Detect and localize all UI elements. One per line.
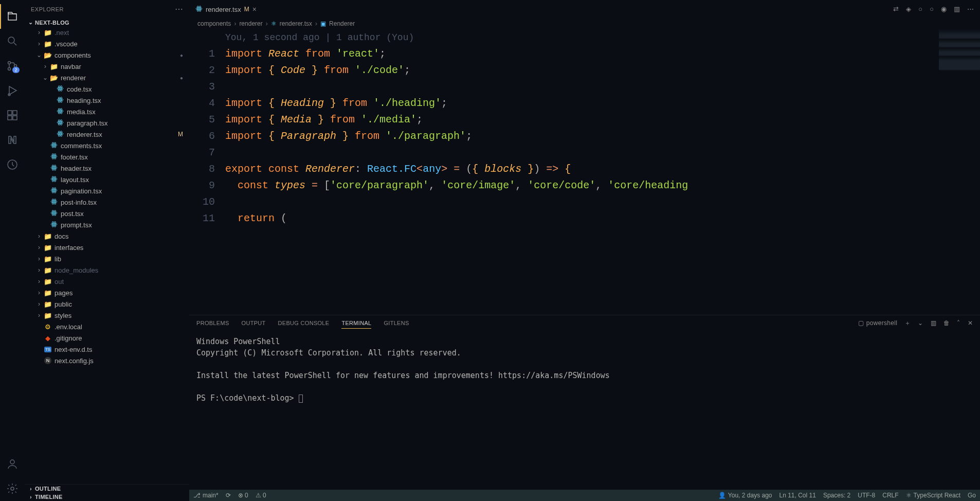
tree-item-label: layout.tsx	[61, 176, 89, 184]
ts-icon: TS	[43, 347, 52, 352]
close-panel-icon[interactable]: ✕	[968, 319, 973, 327]
terminal-content[interactable]: Windows PowerShellCopyright (C) Microsof…	[189, 331, 980, 490]
editor[interactable]: 1234567891011 You, 1 second ago | 1 auth…	[189, 29, 980, 315]
tree-item-code-tsx[interactable]: code.tsx	[25, 83, 189, 95]
status-language[interactable]: ⚛ TypeScript React	[906, 492, 960, 499]
tree-item-label: .gitignore	[55, 334, 82, 342]
tree-item-media-tsx[interactable]: media.tsx	[25, 106, 189, 117]
tree-item-lib[interactable]: ›📁lib	[25, 253, 189, 264]
tree-item-label: .next	[55, 29, 69, 37]
tree-item-pages[interactable]: ›📁pages	[25, 287, 189, 298]
panel-tab-output[interactable]: OUTPUT	[242, 318, 266, 329]
timeline-section[interactable]: › TIMELINE	[25, 493, 189, 501]
radio-icon[interactable]: ◉	[941, 5, 947, 13]
tree-item-node_modules[interactable]: ›📁node_modules	[25, 264, 189, 276]
status-encoding[interactable]: UTF-8	[858, 492, 875, 499]
activity-extensions[interactable]	[0, 103, 25, 128]
tab-close-icon[interactable]: ×	[252, 5, 257, 13]
status-go-icon[interactable]: Go	[968, 492, 976, 499]
tree-item-footer-tsx[interactable]: footer.tsx	[25, 151, 189, 163]
svg-point-0	[8, 37, 14, 43]
tree-item-post-info-tsx[interactable]: post-info.tsx	[25, 196, 189, 208]
new-terminal-icon[interactable]: ＋	[904, 319, 911, 328]
svg-point-61	[51, 223, 57, 225]
svg-point-1	[8, 62, 11, 64]
panel-tab-problems[interactable]: PROBLEMS	[196, 318, 229, 329]
tree-item-label: navbar	[61, 63, 81, 70]
activity-account[interactable]	[0, 452, 25, 476]
activity-notion[interactable]	[0, 128, 25, 152]
nav-fwd-icon[interactable]: ○	[930, 5, 934, 13]
tree-item--env-local[interactable]: ⚙.env.local	[25, 321, 189, 332]
tree-item-label: paragraph.tsx	[67, 119, 108, 127]
compare-icon[interactable]: ⇄	[893, 5, 899, 13]
react-icon	[49, 209, 59, 218]
tree-item-out[interactable]: ›📁out	[25, 276, 189, 287]
activity-search[interactable]	[0, 29, 25, 53]
status-position[interactable]: Ln 11, Col 11	[779, 492, 816, 499]
nav-back-icon[interactable]: ○	[918, 5, 922, 13]
tree-item-paragraph-tsx[interactable]: paragraph.tsx	[25, 117, 189, 129]
status-errors[interactable]: ⊗ 0	[238, 492, 248, 499]
tree-item-comments-tsx[interactable]: comments.tsx	[25, 140, 189, 151]
panel-tab-debug-console[interactable]: DEBUG CONSOLE	[278, 318, 330, 329]
tree-item-layout-tsx[interactable]: layout.tsx	[25, 174, 189, 185]
kill-terminal-icon[interactable]: 🗑	[943, 319, 950, 327]
sidebar-more-icon[interactable]: ⋯	[175, 4, 184, 14]
tree-item--vscode[interactable]: ›📁.vscode	[25, 38, 189, 49]
status-eol[interactable]: CRLF	[882, 492, 898, 499]
tab-renderer[interactable]: renderer.tsx M ×	[189, 0, 263, 18]
activity-source-control[interactable]: 2	[0, 53, 25, 78]
panel-tab-gitlens[interactable]: GITLENS	[384, 318, 409, 329]
git-commit-icon[interactable]: ◈	[906, 5, 911, 13]
tree-item-docs[interactable]: ›📁docs	[25, 230, 189, 242]
main-area: renderer.tsx M × ⇄ ◈ ○ ○ ◉ ▥ ⋯ component…	[189, 0, 980, 501]
tree-item-components[interactable]: ⌄📂components●	[25, 49, 189, 61]
breadcrumb[interactable]: components › renderer › ⚛ renderer.tsx ›…	[189, 18, 980, 29]
tree-item-heading-tsx[interactable]: heading.tsx	[25, 95, 189, 106]
tree-item-public[interactable]: ›📁public	[25, 298, 189, 310]
status-branch[interactable]: ⎇ main*	[193, 492, 219, 499]
status-spaces[interactable]: Spaces: 2	[823, 492, 850, 499]
svg-point-44	[53, 178, 55, 179]
panel-tab-terminal[interactable]: TERMINAL	[341, 318, 371, 329]
activity-settings[interactable]	[0, 476, 25, 501]
activity-timeline-icon[interactable]	[0, 152, 25, 177]
more-actions-icon[interactable]: ⋯	[967, 5, 974, 13]
tree-item-next-env-d-ts[interactable]: TSnext-env.d.ts	[25, 344, 189, 355]
split-editor-icon[interactable]: ▥	[954, 5, 960, 13]
folder-icon: 📁	[43, 266, 52, 274]
tree-item--next[interactable]: ›📁.next	[25, 27, 189, 38]
tree-item-renderer-tsx[interactable]: renderer.tsxM	[25, 129, 189, 140]
minimap[interactable]	[939, 29, 980, 315]
svg-rect-8	[13, 111, 17, 115]
tree-item-post-tsx[interactable]: post.tsx	[25, 208, 189, 219]
tree-item-interfaces[interactable]: ›📁interfaces	[25, 242, 189, 253]
activity-explorer[interactable]	[0, 4, 25, 29]
branch-icon: ⎇	[193, 492, 201, 499]
terminal-shell-selector[interactable]: ▢ powershell	[858, 319, 897, 327]
maximize-panel-icon[interactable]: ˄	[957, 319, 960, 327]
tree-item-navbar[interactable]: ›📁navbar	[25, 61, 189, 72]
status-warnings[interactable]: ⚠ 0	[256, 492, 266, 499]
tree-item-header-tsx[interactable]: header.tsx	[25, 163, 189, 174]
terminal-dropdown-icon[interactable]: ⌄	[918, 319, 923, 327]
svg-point-17	[57, 98, 63, 101]
split-terminal-icon[interactable]: ▥	[931, 319, 936, 327]
tree-item-next-config-js[interactable]: Nnext.config.js	[25, 355, 189, 366]
status-blame[interactable]: 👤 You, 2 days ago	[718, 492, 772, 499]
tree-item-renderer[interactable]: ⌄📂renderer●	[25, 72, 189, 83]
tree-item--gitignore[interactable]: ◆.gitignore	[25, 332, 189, 344]
tree-item-label: code.tsx	[67, 85, 92, 93]
svg-point-37	[51, 155, 57, 157]
activity-run-debug[interactable]	[0, 78, 25, 103]
tree-item-styles[interactable]: ›📁styles	[25, 310, 189, 321]
status-bar: ⎇ main* ⟳ ⊗ 0 ⚠ 0 👤 You, 2 days ago Ln 1…	[189, 490, 980, 501]
folder-yellow-icon: 📁	[43, 255, 52, 263]
outline-section[interactable]: › OUTLINE	[25, 485, 189, 493]
tree-item-prompt-tsx[interactable]: prompt.tsx	[25, 219, 189, 230]
sidebar-project-header[interactable]: ⌄ NEXT-BLOG	[25, 18, 189, 27]
tree-item-pagination-tsx[interactable]: pagination.tsx	[25, 185, 189, 196]
status-sync[interactable]: ⟳	[226, 492, 231, 499]
folder-icon: 📁	[43, 300, 52, 308]
